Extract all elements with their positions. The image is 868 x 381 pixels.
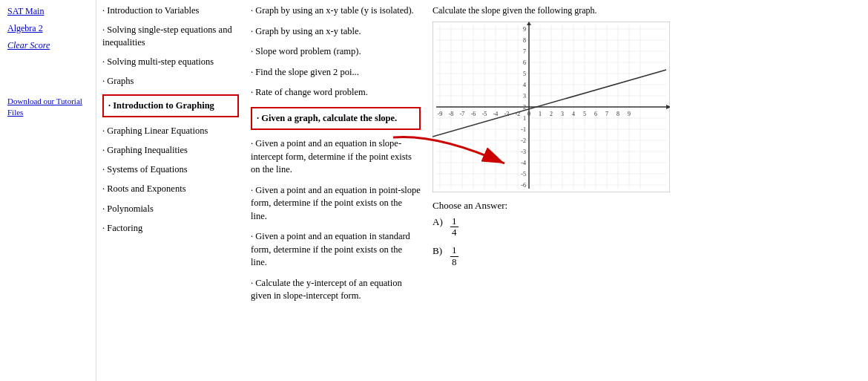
svg-text:-5: -5 xyxy=(482,111,487,117)
topic-item-solving-multi[interactable]: · Solving multi-step equations xyxy=(102,56,239,68)
topic-item-polynomials[interactable]: · Polynomials xyxy=(102,203,239,215)
svg-text:8: 8 xyxy=(523,37,526,44)
graph-container: -9 -8 -7 -6 -5 -4 -3 -2 0 1 2 3 4 5 xyxy=(433,22,670,192)
subtopics-list: · Graph by using an x-y table.· Slope wo… xyxy=(251,25,421,303)
svg-text:5: 5 xyxy=(523,71,526,77)
svg-text:-4: -4 xyxy=(493,111,499,117)
topic-item-roots-exponents[interactable]: · Roots and Exponents xyxy=(102,183,239,195)
svg-text:-2: -2 xyxy=(521,137,526,144)
subtopic-item-find-slope-2pts[interactable]: · Find the slope given 2 poi... xyxy=(251,66,421,79)
svg-text:7: 7 xyxy=(605,111,608,117)
partial-top-col1: · Introduction to Variables xyxy=(102,4,239,16)
answers-list: A)14B)18 xyxy=(433,216,862,267)
answer-letter: B) xyxy=(433,245,447,257)
svg-text:-1: -1 xyxy=(521,126,526,133)
svg-text:-7: -7 xyxy=(460,111,465,117)
sidebar-download-link[interactable]: Download our Tutorial Files xyxy=(7,96,88,119)
answer-option[interactable]: B)18 xyxy=(433,245,862,267)
sidebar-sat-main[interactable]: SAT Main xyxy=(7,6,88,17)
svg-text:9: 9 xyxy=(628,111,631,117)
svg-text:6: 6 xyxy=(523,59,526,66)
svg-text:5: 5 xyxy=(583,111,586,117)
topics-list: · Solving single-step equations and ineq… xyxy=(102,24,239,234)
svg-text:-4: -4 xyxy=(521,160,526,166)
topic-item-graphing-linear[interactable]: · Graphing Linear Equations xyxy=(102,125,239,137)
subtopics-column: · Graph by using an x-y table (y is isol… xyxy=(245,3,427,378)
sidebar: SAT Main Algebra 2 Clear Score Download … xyxy=(0,0,96,381)
topic-item-systems-equations[interactable]: · Systems of Equations xyxy=(102,163,239,175)
svg-text:3: 3 xyxy=(561,111,564,117)
subtopic-item-rate-of-change[interactable]: · Rate of change word problem. xyxy=(251,86,421,100)
sidebar-clear-score[interactable]: Clear Score xyxy=(7,40,88,51)
svg-text:-5: -5 xyxy=(521,171,526,178)
fraction-numerator: 1 xyxy=(450,216,458,227)
svg-text:-8: -8 xyxy=(449,111,454,117)
right-column: Calculate the slope given the following … xyxy=(427,3,868,378)
partial-top-col2: · Graph by using an x-y table (y is isol… xyxy=(251,4,421,18)
svg-text:1: 1 xyxy=(523,115,526,122)
topic-item-graphing-inequalities[interactable]: · Graphing Inequalities xyxy=(102,144,239,156)
subtopic-item-given-graph-slope[interactable]: · Given a graph, calculate the slope. xyxy=(251,107,421,131)
answers-section: Choose an Answer: A)14B)18 xyxy=(433,200,862,267)
svg-text:3: 3 xyxy=(523,93,526,100)
subtopic-item-y-intercept[interactable]: · Calculate the y-intercept of an equati… xyxy=(251,277,421,303)
svg-text:-6: -6 xyxy=(521,182,526,189)
svg-text:2: 2 xyxy=(550,111,553,117)
svg-text:-9: -9 xyxy=(438,111,443,117)
sidebar-algebra2[interactable]: Algebra 2 xyxy=(7,23,88,34)
svg-text:0: 0 xyxy=(527,111,530,117)
coordinate-graph: -9 -8 -7 -6 -5 -4 -3 -2 0 1 2 3 4 5 xyxy=(433,22,670,192)
svg-text:8: 8 xyxy=(617,111,619,117)
fraction-denominator: 8 xyxy=(450,257,458,267)
subtopic-item-point-standard[interactable]: · Given a point and an equation in stand… xyxy=(251,230,421,270)
main-content: · Introduction to Variables · Solving si… xyxy=(96,0,868,381)
topics-column: · Introduction to Variables · Solving si… xyxy=(96,3,245,378)
answer-fraction: 14 xyxy=(450,216,458,238)
choose-answer-label: Choose an Answer: xyxy=(433,200,862,212)
svg-text:7: 7 xyxy=(523,48,526,55)
subtopic-item-slope-word-ramp[interactable]: · Slope word problem (ramp). xyxy=(251,45,421,59)
answer-letter: A) xyxy=(433,216,447,228)
topic-item-graphs[interactable]: · Graphs xyxy=(102,75,239,87)
svg-text:-3: -3 xyxy=(521,149,526,155)
svg-text:-6: -6 xyxy=(471,111,476,117)
topic-item-factoring[interactable]: · Factoring xyxy=(102,222,239,234)
answer-fraction: 18 xyxy=(450,245,458,267)
answer-option[interactable]: A)14 xyxy=(433,216,862,238)
svg-text:4: 4 xyxy=(523,82,526,88)
subtopic-item-point-slope-intercept[interactable]: · Given a point and an equation in slope… xyxy=(251,137,421,177)
svg-text:9: 9 xyxy=(523,26,526,33)
subtopic-item-point-point-slope[interactable]: · Given a point and an equation in point… xyxy=(251,184,421,224)
topic-item-intro-graphing[interactable]: · Introduction to Graphing xyxy=(102,94,239,117)
fraction-numerator: 1 xyxy=(450,245,458,256)
topic-item-solving-single[interactable]: · Solving single-step equations and ineq… xyxy=(102,24,239,48)
svg-text:1: 1 xyxy=(539,111,542,117)
svg-text:4: 4 xyxy=(572,111,575,117)
subtopic-item-graph-xy-table[interactable]: · Graph by using an x-y table. xyxy=(251,25,421,39)
svg-text:6: 6 xyxy=(594,111,597,117)
fraction-denominator: 4 xyxy=(450,227,458,238)
graph-description: Calculate the slope given the following … xyxy=(433,4,862,17)
